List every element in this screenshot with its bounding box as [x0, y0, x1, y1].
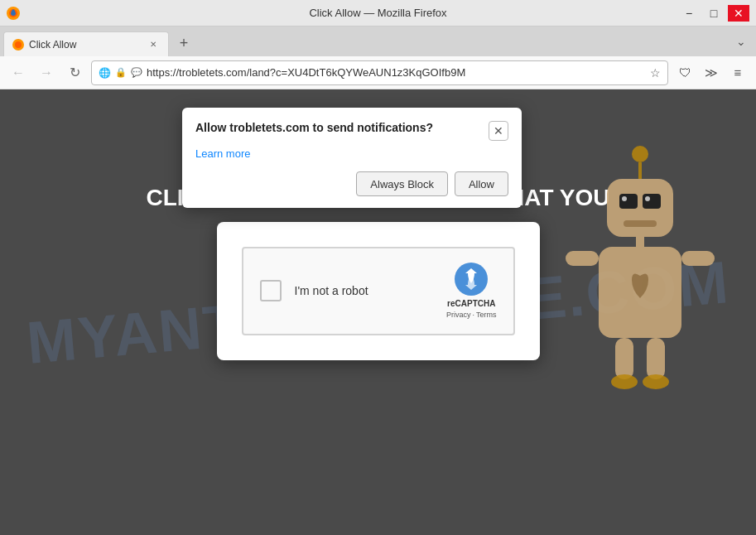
page-content: MYANTISPYWARE.COM CLICK «ALLOW» TO CONFI… [0, 89, 756, 535]
svg-rect-14 [566, 251, 599, 266]
lock-icon: 🔒 [115, 67, 127, 78]
close-button[interactable]: ✕ [728, 5, 749, 22]
menu-button[interactable]: ≡ [726, 61, 749, 84]
always-block-button[interactable]: Always Block [356, 171, 448, 196]
url-bar[interactable]: 🌐 🔒 💬 https://trobletets.com/land?c=XU4D… [91, 60, 668, 85]
maximize-button[interactable]: □ [703, 5, 725, 22]
tab-favicon [12, 39, 24, 51]
tab-list-button[interactable]: ⌄ [730, 30, 753, 53]
learn-more-link[interactable]: Learn more [195, 147, 508, 160]
tabbar: Click Allow ✕ + ⌄ [0, 27, 756, 56]
firefox-icon [7, 7, 20, 20]
svg-rect-16 [615, 338, 633, 379]
notification-indicator: 💬 [131, 67, 142, 78]
window-title: Click Allow — Mozilla Firefox [309, 7, 446, 19]
svg-rect-15 [681, 251, 715, 266]
recaptcha-brand: reCAPTCHA Privacy · Terms [446, 298, 497, 321]
window-controls: − □ ✕ [678, 5, 749, 22]
privacy-link[interactable]: Privacy [446, 310, 471, 321]
terms-link[interactable]: Terms [476, 310, 497, 321]
tab-label: Click Allow [29, 39, 142, 51]
svg-rect-12 [636, 237, 644, 247]
titlebar: Click Allow — Mozilla Firefox − □ ✕ [0, 0, 756, 27]
recaptcha-logo-icon [454, 262, 489, 296]
recaptcha-label: I'm not a robot [295, 284, 433, 297]
notification-popup: Allow trobletets.com to send notificatio… [182, 108, 522, 208]
reload-button[interactable]: ↻ [63, 61, 86, 84]
recaptcha-checkbox[interactable] [260, 280, 282, 301]
allow-button[interactable]: Allow [455, 171, 508, 196]
svg-rect-7 [619, 194, 638, 209]
tab-close-button[interactable]: ✕ [147, 38, 160, 51]
active-tab[interactable]: Click Allow ✕ [3, 31, 169, 56]
robot-illustration [549, 139, 731, 487]
recaptcha-card: I'm not a robot reCAPTCHA Privacy · Term… [217, 222, 540, 360]
back-button[interactable]: ← [7, 61, 30, 84]
url-text: https://trobletets.com/land?c=XU4DtT6kQY… [147, 66, 646, 79]
toolbar-icons: 🛡 ≫ ≡ [673, 61, 749, 84]
popup-header: Allow trobletets.com to send notificatio… [195, 121, 508, 141]
popup-close-button[interactable]: ✕ [489, 121, 508, 141]
svg-rect-5 [638, 162, 642, 179]
shield-button[interactable]: 🛡 [673, 61, 696, 84]
svg-point-19 [643, 374, 669, 389]
connection-icon: 🌐 [99, 67, 111, 79]
minimize-button[interactable]: − [678, 5, 700, 22]
popup-title: Allow trobletets.com to send notificatio… [195, 121, 489, 134]
svg-point-18 [611, 374, 638, 389]
svg-point-10 [645, 196, 650, 201]
svg-rect-11 [624, 220, 657, 227]
new-tab-button[interactable]: + [172, 31, 195, 55]
svg-rect-8 [643, 194, 661, 209]
svg-point-9 [622, 196, 627, 201]
recaptcha-box[interactable]: I'm not a robot reCAPTCHA Privacy · Term… [242, 247, 515, 335]
forward-button[interactable]: → [35, 61, 58, 84]
extensions-button[interactable]: ≫ [700, 61, 723, 84]
navbar: ← → ↻ 🌐 🔒 💬 https://trobletets.com/land?… [0, 56, 756, 89]
recaptcha-logo-area: reCAPTCHA Privacy · Terms [446, 262, 497, 321]
svg-point-4 [632, 146, 648, 162]
svg-rect-6 [607, 179, 673, 237]
popup-buttons: Always Block Allow [195, 171, 508, 196]
svg-point-3 [15, 41, 22, 48]
svg-rect-17 [647, 338, 665, 379]
bookmark-star-icon[interactable]: ☆ [650, 66, 661, 80]
